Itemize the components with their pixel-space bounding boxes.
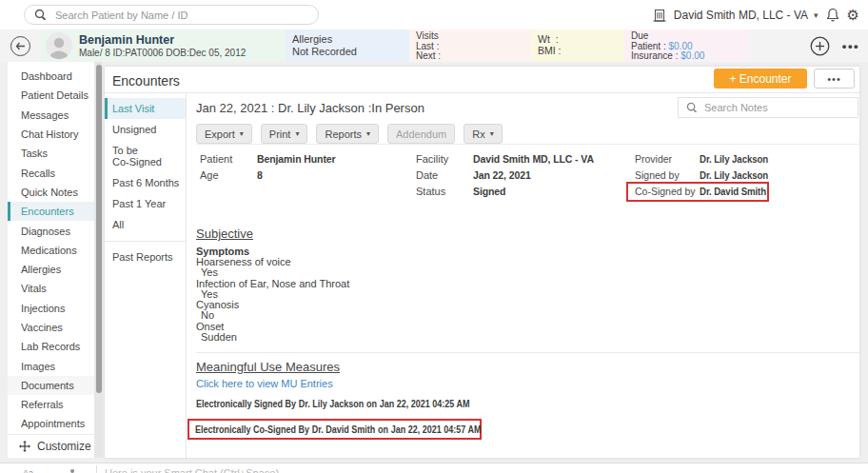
reports-button[interactable]: Reports▾ [316, 124, 379, 144]
allergies-value: Not Recorded [292, 46, 403, 58]
symptom-answer: Yes [196, 267, 349, 278]
back-button[interactable] [10, 36, 30, 56]
left-sidebar: Dashboard Patient Details Messages Chat … [8, 62, 94, 458]
signed-by-value: Dr. Lily Jackson [700, 169, 768, 181]
customize-button[interactable]: Customize [8, 434, 94, 458]
patient-summary-section[interactable]: Benjamin Hunter Male/ 8 ID:PAT0006 DOB:D… [40, 30, 286, 62]
sidebar-item-encounters[interactable]: Encounters [8, 202, 94, 221]
patient-header-bar: Benjamin Hunter Male/ 8 ID:PAT0006 DOB:D… [0, 30, 868, 62]
sidebar-item-vaccines[interactable]: Vaccines [8, 318, 94, 337]
patient-search-placeholder: Search Patient by Name / ID [55, 10, 187, 21]
sidebar-item-recalls[interactable]: Recalls [8, 163, 94, 182]
print-button[interactable]: Print▾ [261, 124, 308, 144]
search-icon [34, 9, 47, 21]
sidebar-item-documents[interactable]: Documents [8, 376, 94, 395]
search-notes-input[interactable]: Search Notes [678, 97, 858, 118]
encounters-panel: Encounters + Encounter ••• Last Visit Un… [105, 67, 859, 458]
patient-label: Patient [200, 153, 257, 165]
due-insurance-value: $0.00 [681, 50, 704, 61]
facility-value: David Smith MD, LLC - VA [473, 153, 594, 165]
symptom-question: Cyanosis [196, 300, 349, 310]
subnav-past-6-months[interactable]: Past 6 Months [105, 172, 186, 193]
subnav-past-1-year[interactable]: Past 1 Year [105, 193, 186, 214]
notifications-bell-icon[interactable] [826, 8, 839, 22]
encounter-note-title: Jan 22, 2021 : Dr. Lily Jackson :In Pers… [196, 101, 424, 115]
practice-caret-down-icon[interactable]: ▾ [814, 10, 819, 20]
subnav-to-be-cosigned[interactable]: To beCo-Signed [105, 140, 186, 172]
encounter-details: PatientBenjamin Hunter Age8 FacilityDavi… [187, 150, 859, 209]
signed-by-label: Signed by [635, 169, 700, 181]
age-value: 8 [257, 169, 263, 181]
sidebar-item-vitals[interactable]: Vitals [8, 279, 94, 298]
add-button[interactable] [810, 36, 830, 56]
note-toolbar: Export▾ Print▾ Reports▾ Addendum Rx▾ [196, 124, 859, 145]
smart-chat-bar[interactable]: A̶a Here is your Smart Chat (Ctrl+Space) [0, 463, 868, 473]
patient-demographics: Male/ 8 ID:PAT0006 DOB:Dec 05, 2012 [79, 48, 246, 59]
cosigned-highlight-box [626, 182, 769, 202]
status-value: Signed [473, 186, 505, 197]
divider [96, 465, 97, 473]
subnav-all[interactable]: All [105, 214, 186, 235]
sidebar-item-patient-details[interactable]: Patient Details [8, 86, 94, 105]
encounters-more-button[interactable]: ••• [814, 69, 855, 89]
scrollbar-thumb[interactable] [96, 65, 102, 393]
sidebar-item-lab-records[interactable]: Lab Records [8, 337, 94, 356]
caret-down-icon: ▾ [295, 129, 299, 138]
due-insurance-label: Insurance : [631, 50, 678, 61]
symptom-question: Infection of Ear, Nose and Throat [196, 279, 349, 289]
patient-search-input[interactable]: Search Patient by Name / ID [24, 5, 319, 25]
facility-label: Facility [416, 153, 473, 165]
sidebar-item-chat-history[interactable]: Chat History [8, 125, 94, 144]
sidebar-item-allergies[interactable]: Allergies [8, 260, 94, 279]
mu-entries-link[interactable]: Click here to view MU Entries [196, 378, 333, 389]
subjective-heading: Subjective [196, 227, 253, 241]
subnav-past-reports[interactable]: Past Reports [105, 246, 186, 267]
person-icon[interactable] [68, 468, 77, 473]
due-section[interactable]: Due Patient : $0.00 Insurance : $0.00 [624, 30, 750, 62]
search-notes-placeholder: Search Notes [704, 102, 768, 113]
search-icon [686, 102, 698, 113]
symptom-question: Hoarseness of voice [196, 257, 349, 267]
vitals-section[interactable]: Wt : BMI : [531, 30, 624, 62]
due-patient-label: Patient : [631, 41, 666, 51]
sidebar-item-injections[interactable]: Injections [8, 299, 94, 318]
settings-gear-icon[interactable]: ⚙ [847, 8, 859, 22]
rx-button[interactable]: Rx▾ [464, 124, 502, 144]
age-label: Age [200, 169, 257, 181]
sidebar-item-quick-notes[interactable]: Quick Notes [8, 183, 94, 202]
sidebar-scrollbar[interactable] [94, 62, 103, 458]
visits-label: Visits [416, 31, 524, 42]
symptoms-list: Hoarseness of voice Yes Infection of Ear… [196, 257, 349, 343]
sidebar-item-referrals[interactable]: Referrals [8, 395, 94, 414]
encounters-subnav: Last Visit Unsigned To beCo-Signed Past … [105, 93, 187, 458]
top-bar: Search Patient by Name / ID David Smith … [0, 0, 868, 30]
visits-section[interactable]: Visits Last : Next : [409, 30, 531, 62]
allergies-section[interactable]: Allergies Not Recorded [286, 30, 409, 62]
sidebar-item-dashboard[interactable]: Dashboard [8, 67, 94, 86]
sidebar-item-diagnoses[interactable]: Diagnoses [8, 221, 94, 240]
visits-next-label: Next : [416, 51, 524, 62]
symptom-answer: Sudden [196, 332, 349, 343]
sidebar-item-images[interactable]: Images [8, 356, 94, 375]
font-icon[interactable]: A̶a [23, 468, 33, 473]
practice-name[interactable]: David Smith MD, LLC - VA [674, 9, 808, 22]
sidebar-item-medications[interactable]: Medications [8, 241, 94, 260]
subnav-divider [105, 241, 186, 242]
sidebar-item-tasks[interactable]: Tasks [8, 144, 94, 163]
sidebar-item-appointments[interactable]: Appointments [8, 414, 94, 433]
due-patient-value: $0.00 [668, 41, 692, 51]
date-value: Jan 22, 2021 [473, 169, 531, 181]
subnav-unsigned[interactable]: Unsigned [105, 119, 186, 140]
subnav-last-visit[interactable]: Last Visit [105, 98, 186, 119]
caret-down-icon: ▾ [366, 129, 370, 138]
sidebar-item-messages[interactable]: Messages [8, 106, 94, 125]
provider-label: Provider [635, 153, 700, 165]
export-button[interactable]: Export▾ [196, 124, 252, 144]
addendum-button[interactable]: Addendum [387, 124, 455, 144]
provider-value: Dr. Lily Jackson [700, 153, 768, 165]
new-encounter-button[interactable]: + Encounter [714, 69, 807, 89]
patient-name: Benjamin Hunter [79, 33, 246, 48]
patient-more-options-button[interactable]: ••• [842, 39, 859, 53]
move-icon [19, 441, 30, 452]
wt-label: Wt : [538, 33, 618, 45]
